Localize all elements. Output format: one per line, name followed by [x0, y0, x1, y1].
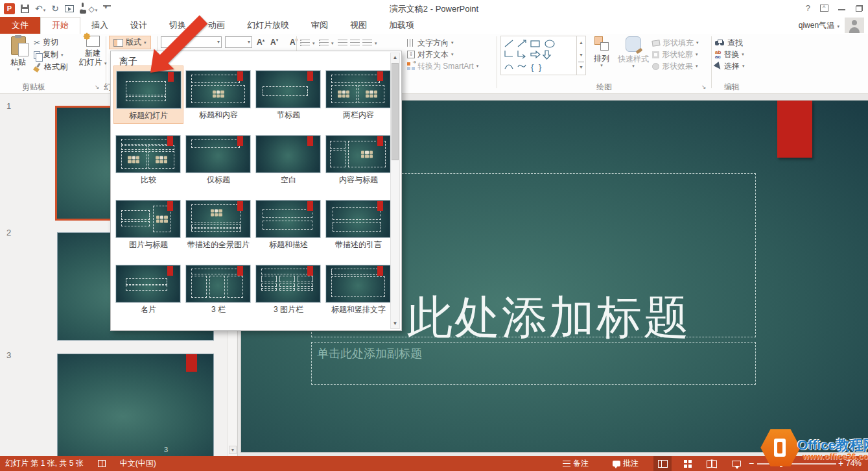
slide-number-label: 1 — [6, 101, 11, 111]
arrange-icon — [594, 36, 609, 51]
decrease-indent-icon[interactable] — [338, 38, 347, 49]
slide-sorter-view-button[interactable] — [678, 456, 696, 471]
cut-button[interactable]: ✂ 剪切 — [34, 37, 58, 48]
binoculars-icon — [715, 40, 725, 46]
svg-text:{: { — [531, 62, 534, 72]
avatar[interactable] — [845, 18, 864, 33]
gallery-scroll-up-icon[interactable]: ▲ — [391, 53, 399, 62]
layout-option-blank[interactable]: 空白 — [253, 130, 323, 189]
select-button[interactable]: 选择 ▾ — [715, 61, 745, 71]
layout-option-quote-caption[interactable]: 带描述的引言 — [323, 195, 393, 254]
gallery-scrollbar[interactable]: ▲ ▼ — [390, 53, 400, 329]
scroll-down-icon[interactable]: ▼ — [229, 446, 237, 454]
tab-幻灯片放映[interactable]: 幻灯片放映 — [236, 17, 300, 34]
gallery-scroll-down-icon[interactable]: ▼ — [391, 319, 399, 328]
tab-审阅[interactable]: 审阅 — [300, 17, 339, 34]
paste-button[interactable]: 粘贴 ▾ — [5, 36, 31, 72]
spellcheck-icon[interactable] — [98, 460, 106, 467]
layout-option-content-caption[interactable]: 内容与标题 — [323, 130, 393, 189]
new-slide-button[interactable]: 新建 幻灯片 ▾ — [77, 36, 108, 68]
increase-indent-icon[interactable] — [350, 38, 360, 49]
clipboard-group-label: 剪贴板 — [22, 82, 45, 93]
minimize-icon[interactable] — [838, 5, 846, 12]
align-text-button[interactable]: ⇕ 对齐文本 ▾ — [407, 49, 454, 60]
find-button[interactable]: 查找 — [715, 38, 743, 48]
font-size-combo[interactable] — [225, 36, 252, 48]
notes-toggle[interactable]: 备注 — [563, 456, 589, 471]
layout-option-comparison[interactable]: 比较 — [113, 130, 183, 189]
layout-thumbnail — [186, 200, 250, 237]
layout-option-picture-caption[interactable]: 图片与标题 — [113, 195, 183, 254]
account-name[interactable]: qiwen气温 ▾ — [799, 17, 839, 34]
layout-option-two-content[interactable]: 两栏内容 — [323, 66, 393, 124]
tab-加载项[interactable]: 加载项 — [378, 17, 425, 34]
editing-group-label: 编辑 — [724, 82, 740, 93]
chevron-down-icon: ▾ — [331, 41, 334, 46]
gallery-scrollbar-thumb[interactable] — [392, 63, 399, 160]
window-controls: ? — [806, 3, 863, 13]
drawing-dialog-launcher-icon[interactable]: ↘ — [701, 83, 709, 91]
layout-thumbnail — [256, 200, 320, 237]
slide-counter[interactable]: 幻灯片 第 1 张, 共 5 张 — [5, 458, 84, 469]
decrease-font-size-icon[interactable]: A▾ — [270, 38, 278, 47]
layout-option-panoramic[interactable]: 带描述的全景图片 — [183, 195, 253, 254]
bullets-button[interactable]: ▾ — [300, 38, 315, 49]
line-spacing-button[interactable]: ▾ — [362, 38, 377, 49]
format-painter-button[interactable]: 格式刷 — [34, 62, 67, 73]
notes-icon — [563, 461, 570, 466]
clipboard-dialog-launcher-icon[interactable]: ↘ — [95, 83, 102, 91]
layout-thumbnail — [186, 265, 250, 302]
layout-option-title-only[interactable]: 仅标题 — [183, 130, 253, 189]
ribbon-display-options-icon[interactable] — [820, 5, 828, 12]
layout-thumbnail — [116, 136, 180, 173]
tab-插入[interactable]: 插入 — [80, 17, 119, 34]
layout-option-three-col[interactable]: 3 栏 — [183, 260, 253, 319]
layout-option-section-header[interactable]: 节标题 — [253, 66, 323, 124]
bullets-icon — [300, 40, 310, 47]
chevron-down-icon: ▾ — [742, 64, 745, 69]
replace-button[interactable]: abac 替换 ▾ — [715, 49, 744, 60]
office-logo-icon — [760, 428, 801, 467]
layout-option-title-vertical[interactable]: 标题和竖排文字 — [323, 260, 393, 319]
help-icon[interactable]: ? — [806, 3, 810, 13]
tab-file[interactable]: 文件 — [0, 17, 40, 34]
numbering-button[interactable]: ▾ — [319, 38, 334, 49]
shape-effects-icon — [652, 63, 659, 70]
align-text-icon: ⇕ — [407, 51, 415, 58]
copy-button[interactable]: 复制 ▾ — [34, 49, 64, 60]
zoom-out-button[interactable]: − — [749, 456, 754, 471]
title-placeholder-text: 此处添加标题 — [407, 287, 691, 348]
line-spacing-icon — [362, 40, 372, 47]
reading-view-button[interactable] — [703, 456, 721, 471]
layout-option-three-pic[interactable]: 3 图片栏 — [253, 260, 323, 319]
red-ribbon-mark-icon — [237, 71, 243, 81]
smartart-icon — [407, 62, 415, 70]
normal-view-button[interactable] — [653, 456, 672, 471]
arrange-button[interactable]: 排列 ▾ — [589, 36, 615, 68]
shape-outline-button[interactable]: 形状轮廓 ▾ — [652, 49, 698, 60]
tab-开始[interactable]: 开始 — [40, 17, 80, 34]
red-ribbon-mark-icon — [307, 71, 313, 81]
quick-styles-button[interactable]: 快速样式 ▾ — [616, 36, 651, 69]
chevron-down-icon: ▾ — [837, 24, 839, 29]
shapes-more-icon: ▼ — [578, 62, 584, 75]
shape-effects-button[interactable]: 形状效果 ▾ — [652, 61, 698, 71]
shapes-scroll[interactable]: ▲ ▼ ▼ — [576, 36, 585, 75]
convert-smartart-button[interactable]: 转换为 SmartArt ▾ — [407, 61, 478, 71]
cursor-icon — [714, 62, 723, 71]
slideshow-view-button[interactable] — [727, 456, 745, 471]
shapes-gallery[interactable]: { } ▲ ▼ ▼ — [500, 36, 586, 75]
red-ribbon-mark-icon — [307, 266, 313, 276]
slide-thumbnail-3[interactable]: 3 — [57, 354, 214, 456]
comments-toggle[interactable]: 批注 — [613, 456, 639, 471]
drawing-group-label: 绘图 — [596, 82, 612, 93]
tab-视图[interactable]: 视图 — [339, 17, 378, 34]
layout-option-title-caption[interactable]: 标题和描述 — [253, 195, 323, 254]
language-indicator[interactable]: 中文(中国) — [120, 458, 156, 469]
text-direction-button[interactable]: 文字方向 ▾ — [407, 38, 454, 48]
layout-option-name-card[interactable]: 名片 — [113, 260, 183, 319]
shape-fill-button[interactable]: 形状填充 ▾ — [652, 38, 699, 48]
increase-font-size-icon[interactable]: A▴ — [257, 38, 264, 47]
chevron-down-icon: ▾ — [17, 67, 19, 72]
restore-icon[interactable] — [856, 5, 863, 12]
